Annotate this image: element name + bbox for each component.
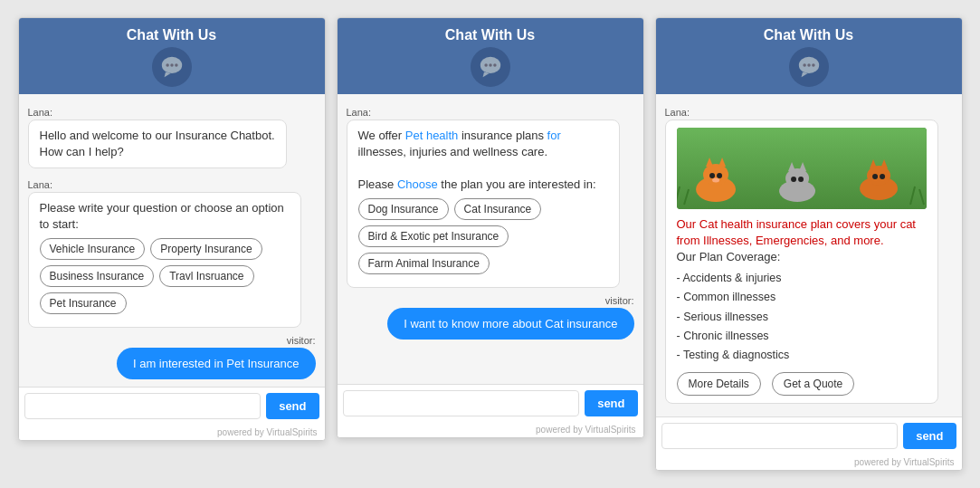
send-button-2[interactable]: send xyxy=(585,390,637,416)
svg-point-28 xyxy=(791,177,796,182)
get-a-quote-button[interactable]: Get a Quote xyxy=(772,372,854,396)
agent-bubble-2a: We offer Pet health insurance plans for … xyxy=(347,120,620,289)
powered-by-2: powered by VirtualSpirits xyxy=(338,422,643,437)
option-travl-insruance[interactable]: Travl Insruance xyxy=(159,265,253,287)
visitor-row-2: visitor: I want to know more about Cat i… xyxy=(347,295,634,340)
agent-bubble-3a: Our Cat health insurance plan covers you… xyxy=(665,120,938,405)
coverage-item-2: - Common illnesses xyxy=(677,288,927,307)
option-buttons-2: Dog Insurance Cat Insurance Bird & Exoti… xyxy=(358,198,608,274)
option-pet-insurance[interactable]: Pet Insurance xyxy=(40,292,127,314)
chat-widget-2: Chat With Us Lana: We offer Pet health i… xyxy=(337,17,644,438)
svg-point-29 xyxy=(798,177,804,182)
coverage-item-1: - Accidents & injuries xyxy=(677,269,927,288)
svg-point-23 xyxy=(712,177,719,182)
agent-bubble-1b: Please write your question or choose an … xyxy=(28,192,301,328)
coverage-item-3: - Serious illnesses xyxy=(677,308,927,327)
svg-point-34 xyxy=(872,174,878,179)
powered-by-1: powered by VirtualSpirits xyxy=(19,425,325,440)
option-buttons-1: Vehicle Insurance Property Insurance Bus… xyxy=(40,238,290,314)
chat-input-3[interactable] xyxy=(661,423,899,449)
speech-bubble-icon-2 xyxy=(478,54,503,80)
svg-point-7 xyxy=(484,63,488,67)
chat-header-2: Chat With Us xyxy=(338,18,643,94)
chat-widget-3: Chat With Us Lana: xyxy=(655,17,963,472)
visitor-bubble-2: I want to know more about Cat insurance xyxy=(387,308,633,340)
svg-point-14 xyxy=(812,63,815,67)
option-vehicle-insurance[interactable]: Vehicle Insurance xyxy=(40,238,146,260)
svg-point-2 xyxy=(166,63,169,67)
chat-footer-3: send xyxy=(656,416,962,455)
chat-icon-1 xyxy=(152,47,192,87)
cat-image xyxy=(677,128,927,209)
visitor-row-1: visitor: I am interested in Pet Insuranc… xyxy=(28,335,316,379)
chat-body-3: Lana: xyxy=(656,94,962,417)
header-title-1: Chat With Us xyxy=(127,27,216,43)
prompt-text-1: Please write your question or choose an … xyxy=(40,201,284,231)
agent-bubble-1a: Hello and welcome to our Insurance Chatb… xyxy=(28,120,287,168)
svg-point-9 xyxy=(493,63,497,67)
option-business-insurance[interactable]: Business Insurance xyxy=(40,265,155,287)
svg-point-4 xyxy=(175,63,178,67)
powered-by-3: powered by VirtualSpirits xyxy=(656,455,962,470)
speech-bubble-icon-3 xyxy=(796,54,822,80)
our-plan-coverage-label: Our Plan Coverage: xyxy=(677,250,781,263)
chat-widget-1: Chat With Us Lana: Hello and welcome to … xyxy=(18,17,326,442)
svg-point-31 xyxy=(867,166,890,186)
speech-bubble-icon-1 xyxy=(159,54,185,80)
svg-point-13 xyxy=(807,63,811,67)
action-buttons-3: More Details Get a Quote xyxy=(677,372,927,396)
visitor-bubble-1: I am interested in Pet Insurance xyxy=(117,348,316,379)
agent-label-1a: Lana: xyxy=(28,107,316,118)
chat-body-1: Lana: Hello and welcome to our Insurance… xyxy=(19,94,325,388)
svg-point-12 xyxy=(803,63,806,67)
svg-point-8 xyxy=(489,63,492,67)
chat-widgets-container: Chat With Us Lana: Hello and welcome to … xyxy=(4,3,977,486)
agent-label-2a: Lana: xyxy=(347,107,634,118)
visitor-label-1: visitor: xyxy=(287,335,316,346)
option-bird-exotic[interactable]: Bird & Exotic pet Insurance xyxy=(358,225,509,247)
chat-input-2[interactable] xyxy=(343,390,580,416)
chat-icon-3 xyxy=(789,47,829,87)
svg-point-3 xyxy=(170,63,174,67)
coverage-item-5: - Testing & diagnostics xyxy=(677,346,927,365)
chat-icon-2 xyxy=(471,47,510,87)
coverage-item-4: - Chronic illnesses xyxy=(677,327,927,346)
svg-point-25 xyxy=(785,168,809,188)
coverage-list: - Accidents & injuries - Common illnesse… xyxy=(677,269,927,365)
chat-footer-2: send xyxy=(338,384,643,422)
cat-plan-description: Our Cat health insurance plan covers you… xyxy=(677,217,916,247)
chat-header-3: Chat With Us xyxy=(656,18,962,94)
agent-label-1b: Lana: xyxy=(28,179,316,190)
chat-body-2: Lana: We offer Pet health insurance plan… xyxy=(338,94,643,384)
chat-header-1: Chat With Us xyxy=(19,18,325,94)
svg-point-35 xyxy=(880,174,885,179)
header-title-2: Chat With Us xyxy=(445,27,535,43)
option-cat-insurance[interactable]: Cat Insurance xyxy=(454,198,542,220)
option-dog-insurance[interactable]: Dog Insurance xyxy=(358,198,449,220)
header-title-3: Chat With Us xyxy=(764,27,853,43)
cat-illustration xyxy=(677,128,927,209)
send-button-3[interactable]: send xyxy=(903,423,956,449)
option-property-insurance[interactable]: Property Insurance xyxy=(150,238,262,260)
chat-input-1[interactable] xyxy=(24,393,262,419)
svg-point-22 xyxy=(717,173,722,178)
more-details-button[interactable]: More Details xyxy=(677,372,761,396)
send-button-1[interactable]: send xyxy=(266,393,319,419)
svg-point-21 xyxy=(709,173,715,178)
visitor-label-2: visitor: xyxy=(605,295,634,306)
chat-footer-1: send xyxy=(19,387,325,425)
agent-label-3a: Lana: xyxy=(665,107,953,118)
choose-plan-text: Please Choose the plan you are intereste… xyxy=(358,177,596,191)
option-farm-animal[interactable]: Farm Animal Insurance xyxy=(358,253,490,274)
pet-insurance-text: We offer Pet health insurance plans for … xyxy=(358,129,561,158)
